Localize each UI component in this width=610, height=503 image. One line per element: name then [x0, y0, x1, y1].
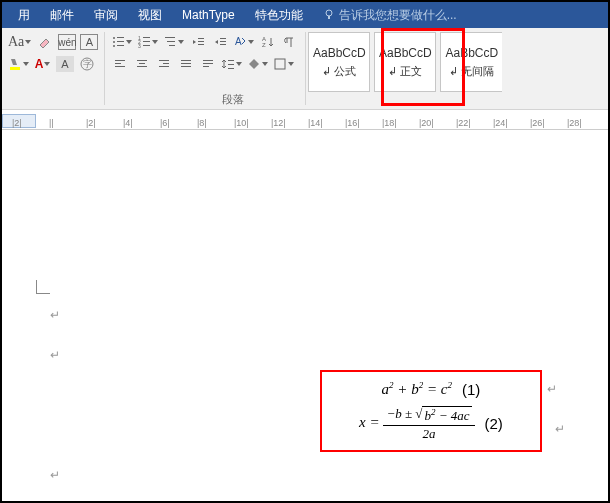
distribute-button[interactable] [199, 54, 217, 74]
show-formatting-button[interactable] [281, 32, 299, 52]
paragraph-mark: ↵ [555, 422, 565, 436]
style-no-spacing[interactable]: AaBbCcD ↲ 无间隔 [440, 32, 502, 92]
bullets-button[interactable] [111, 32, 133, 52]
font-group: Aa wén A A A 字 [2, 28, 104, 109]
align-right-button[interactable] [155, 54, 173, 74]
ruler-tick: |10| [234, 118, 249, 128]
svg-rect-31 [115, 66, 125, 67]
svg-rect-23 [220, 38, 226, 39]
multilevel-list-button[interactable] [163, 32, 185, 52]
equation-number: (1) [462, 381, 480, 398]
svg-rect-45 [228, 64, 234, 65]
svg-rect-39 [181, 63, 191, 64]
style-preview: AaBbCcD [379, 46, 432, 60]
svg-rect-47 [275, 59, 285, 69]
svg-rect-25 [220, 44, 226, 45]
svg-point-7 [113, 41, 115, 43]
align-left-button[interactable] [111, 54, 129, 74]
tab-mathtype[interactable]: MathType [172, 2, 245, 28]
paragraph-mark: ↵ [50, 468, 60, 482]
character-border-button[interactable]: A [80, 34, 98, 50]
svg-rect-21 [198, 41, 204, 42]
paragraph-mark: ↵ [50, 308, 60, 322]
sort-button[interactable]: AZ [259, 32, 277, 52]
document-area[interactable]: ↵ ↵ ↵ ↵ ↵ a2 + b2 = c2 (1) x = −b ± √b2 … [2, 130, 608, 503]
ruler-tick: |20| [419, 118, 434, 128]
svg-text:Z: Z [262, 42, 266, 48]
tab-view[interactable]: 视图 [128, 2, 172, 28]
tab-special[interactable]: 特色功能 [245, 2, 313, 28]
svg-text:A: A [235, 36, 242, 47]
paragraph-mark: ↵ [50, 348, 60, 362]
horizontal-ruler[interactable]: |2||||2||4||6||8||10||12||14||16||18||20… [2, 110, 608, 130]
svg-rect-24 [220, 41, 226, 42]
style-name: ↲ 无间隔 [449, 64, 494, 79]
svg-rect-33 [139, 63, 145, 64]
decrease-indent-button[interactable] [189, 32, 207, 52]
tab-mail[interactable]: 邮件 [40, 2, 84, 28]
svg-rect-38 [181, 60, 191, 61]
svg-rect-18 [167, 41, 175, 42]
style-normal[interactable]: AaBbCcD ↲ 正文 [374, 32, 436, 92]
svg-rect-8 [117, 41, 124, 42]
ruler-tick: |6| [160, 118, 170, 128]
svg-rect-19 [169, 45, 175, 46]
align-center-button[interactable] [133, 54, 151, 74]
enclose-characters-button[interactable]: 字 [78, 54, 96, 74]
equation-formula: a2 + b2 = c2 [382, 380, 452, 398]
style-formula[interactable]: AaBbCcD ↲ 公式 [308, 32, 370, 92]
highlight-button[interactable] [8, 54, 30, 74]
character-shading-button[interactable]: A [56, 56, 74, 72]
svg-rect-17 [165, 37, 175, 38]
svg-rect-12 [143, 37, 150, 38]
paragraph-mark: ↵ [547, 382, 557, 396]
styles-group: AaBbCcD ↲ 公式 AaBbCcD ↲ 正文 AaBbCcD ↲ 无间隔 [306, 28, 504, 109]
svg-rect-35 [159, 60, 169, 61]
svg-rect-41 [203, 60, 213, 61]
svg-rect-46 [228, 68, 234, 69]
svg-rect-14 [143, 41, 150, 42]
borders-button[interactable] [273, 54, 295, 74]
style-preview: AaBbCcD [445, 46, 498, 60]
tell-me-search[interactable]: 告诉我您想要做什么... [323, 7, 457, 24]
eraser-button[interactable] [36, 32, 54, 52]
svg-rect-40 [181, 66, 191, 67]
numbering-button[interactable]: 123 [137, 32, 159, 52]
svg-rect-1 [328, 16, 330, 19]
style-name: ↲ 公式 [322, 64, 356, 79]
svg-point-9 [113, 45, 115, 47]
equations-block: a2 + b2 = c2 (1) x = −b ± √b2 − 4ac 2a (… [320, 370, 542, 452]
equation-formula: x = −b ± √b2 − 4ac 2a [359, 406, 474, 441]
justify-button[interactable] [177, 54, 195, 74]
svg-rect-22 [198, 44, 204, 45]
search-placeholder: 告诉我您想要做什么... [339, 7, 457, 24]
ruler-tick: |24| [493, 118, 508, 128]
svg-rect-37 [159, 66, 169, 67]
tab-reference[interactable]: 用 [8, 2, 40, 28]
svg-rect-2 [10, 67, 20, 70]
tab-review[interactable]: 审阅 [84, 2, 128, 28]
paragraph-group-label: 段落 [222, 92, 244, 107]
line-spacing-button[interactable] [221, 54, 243, 74]
ruler-tick: |14| [308, 118, 323, 128]
svg-rect-6 [117, 37, 124, 38]
ruler-tick: |16| [345, 118, 360, 128]
ribbon: Aa wén A A A 字 123 A AZ [2, 28, 608, 110]
svg-text:字: 字 [83, 59, 92, 69]
svg-rect-34 [137, 66, 147, 67]
svg-point-0 [326, 10, 332, 16]
svg-rect-44 [228, 60, 234, 61]
menubar: 用 邮件 审阅 视图 MathType 特色功能 告诉我您想要做什么... [2, 2, 608, 28]
shading-button[interactable] [247, 54, 269, 74]
equation-1: a2 + b2 = c2 (1) [382, 380, 481, 398]
svg-rect-43 [203, 66, 209, 67]
font-color-button[interactable]: A [34, 54, 52, 74]
asian-layout-button[interactable]: A [233, 32, 255, 52]
svg-point-5 [113, 37, 115, 39]
increase-indent-button[interactable] [211, 32, 229, 52]
phonetic-guide-button[interactable]: wén [58, 34, 76, 50]
grow-font-button[interactable]: Aa [8, 32, 32, 52]
paragraph-group: 123 A AZ [105, 28, 305, 109]
equation-number: (2) [485, 415, 503, 432]
style-preview: AaBbCcD [313, 46, 366, 60]
